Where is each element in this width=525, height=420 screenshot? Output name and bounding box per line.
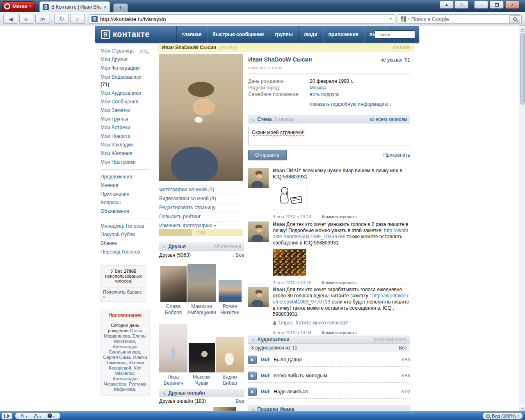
post-author-link[interactable]: Иван	[273, 221, 285, 227]
friend-photo[interactable]	[160, 266, 187, 302]
photos-with-me-link[interactable]: Фотографии со мной (4)	[159, 185, 243, 194]
friend-name[interactable]: РоманНикитин	[220, 304, 239, 316]
friend-photo[interactable]	[219, 280, 242, 302]
fast-forward-button[interactable]: ≫	[35, 14, 50, 24]
search-go-button[interactable]	[509, 15, 520, 23]
friend-photo[interactable]	[187, 264, 216, 302]
info-value-relationship[interactable]: есть подруга	[310, 91, 339, 98]
pin-button[interactable]	[454, 1, 468, 9]
sidebar-item-my-wishes[interactable]: Мои Желания	[100, 149, 155, 158]
sidebar-item-my-news[interactable]: Мои Новости	[100, 132, 155, 141]
friend-photo[interactable]	[189, 343, 215, 372]
reload-button[interactable]: ↻	[54, 14, 69, 24]
friend-name[interactable]: МаксимЧувак	[193, 374, 210, 386]
address-dropdown-icon[interactable]: ▼	[389, 17, 393, 21]
opera-menu-button[interactable]: Меню ▾	[2, 1, 35, 11]
post-attachment-image[interactable]	[273, 183, 306, 210]
sidebar-item-my-page-edit[interactable]: ред.	[139, 47, 149, 55]
address-bar[interactable]: В ▼	[89, 14, 395, 24]
web-search-input[interactable]	[411, 16, 508, 22]
wall-all-posts-link[interactable]: ко всем записям	[370, 116, 407, 122]
friend-name[interactable]: СлаваБобров	[165, 304, 182, 316]
avatar[interactable]	[248, 287, 269, 307]
unite-button[interactable]: ▾	[34, 413, 41, 419]
play-button[interactable]: ▶	[248, 372, 257, 380]
edit-page-link[interactable]: Редактировать страницу	[159, 203, 243, 212]
minimize-button[interactable]: —	[474, 1, 488, 9]
sidebar-item-my-photos[interactable]: Мои Фотографии	[100, 64, 155, 73]
post-author-link[interactable]: Иван	[273, 168, 285, 173]
forward-button[interactable]: ▶	[19, 14, 34, 24]
panels-toggle-button[interactable]: ▶	[1, 412, 13, 420]
vk-logo[interactable]: В контакте	[101, 30, 150, 39]
audio-edit-link[interactable]: редактировать	[374, 337, 407, 342]
videos-with-me-link[interactable]: Видеозаписи со мной (4)	[159, 194, 243, 203]
track-artist[interactable]: Guf	[261, 389, 269, 395]
wall-post-input[interactable]: Скрин моей странички!	[248, 127, 410, 146]
friend-card[interactable]: ВадимБибер	[216, 322, 244, 386]
sidebar-item-my-audios[interactable]: Мои Аудиозаписи	[100, 89, 155, 98]
friend-name[interactable]: ВадимБибер	[222, 374, 237, 386]
sidebar-item-offers[interactable]: Предложения	[100, 173, 155, 181]
sidebar-item-ads[interactable]: Объявления	[100, 207, 155, 216]
tab-vkontakte[interactable]: В В Контакте | Иван Sha... ×	[39, 1, 110, 12]
zoom-view-button[interactable]: Вид (100%) ▾	[482, 412, 523, 420]
address-input[interactable]	[100, 16, 387, 22]
friends-updates-link[interactable]: обновления	[214, 244, 241, 249]
avatar[interactable]	[248, 221, 269, 242]
friend-name[interactable]: МамиконАмбарцумян	[187, 304, 216, 316]
friends-online-all-link[interactable]: Все	[235, 398, 244, 404]
sidebar-item-my-videos[interactable]: Мои Видеозаписи(71)	[100, 73, 155, 89]
top-up-balance-link[interactable]: Пополнить баланс »	[103, 287, 144, 299]
friend-card[interactable]: МамиконАмбарцумян	[187, 263, 216, 316]
scroll-up-button[interactable]: ▲	[520, 25, 525, 32]
sidebar-item-apps[interactable]: Приложения	[100, 190, 155, 199]
sidebar-item-buy-rubles[interactable]: Покупай Рубли	[100, 231, 155, 239]
send-button[interactable]: Отправить	[248, 150, 287, 160]
sidebar-item-questions[interactable]: Вопросы	[100, 199, 155, 207]
friend-card[interactable]: МаксимЧувак	[187, 322, 216, 386]
raise-rating-link[interactable]: Повысить рейтинг	[159, 212, 243, 221]
nav-apps[interactable]: приложения	[323, 26, 364, 43]
friend-photo[interactable]	[213, 407, 236, 411]
vk-search-input[interactable]	[375, 30, 415, 39]
close-button[interactable]: ×	[505, 1, 519, 9]
friend-card[interactable]: ЛизаВеренич	[159, 322, 187, 386]
track-artist[interactable]: Guf	[261, 357, 269, 363]
turbo-button[interactable]: ▾	[48, 413, 55, 419]
comment-link[interactable]: Комментировать	[322, 330, 357, 335]
sidebar-item-my-meetings[interactable]: Мои Встречи	[100, 123, 155, 132]
sidebar-item-votes-manager[interactable]: Менеджер Голосов	[100, 222, 155, 231]
sidebar-item-my-bookmarks[interactable]: Мои Закладки	[100, 141, 155, 149]
sidebar-item-my-page[interactable]: Моя Страница	[100, 47, 134, 55]
tab-close-icon[interactable]: ×	[103, 4, 107, 10]
nav-quick-messages[interactable]: быстрые сообщения	[207, 26, 269, 43]
sidebar-item-opinions[interactable]: Мнения	[100, 181, 155, 190]
nav-people[interactable]: люди	[298, 26, 323, 43]
back-button[interactable]: ◀	[3, 14, 18, 24]
play-button[interactable]: ▶	[248, 356, 257, 364]
friend-card[interactable]: СлаваБобров	[159, 263, 187, 316]
profile-photo[interactable]	[159, 54, 243, 181]
sidebar-item-my-groups[interactable]: Мои Группы	[100, 115, 155, 123]
scrollbar-thumb[interactable]	[520, 33, 525, 105]
page-scrollbar[interactable]: ▲ ▼	[519, 25, 525, 411]
web-search-field[interactable]: ▾	[398, 14, 522, 24]
comment-link[interactable]: Комментировать	[322, 214, 357, 219]
info-value-city[interactable]: Москва	[310, 84, 326, 91]
sidebar-item-my-friends[interactable]: Мои Друзья	[100, 55, 155, 64]
nav-home[interactable]: главная	[176, 26, 207, 43]
comment-link[interactable]: Комментировать	[322, 280, 357, 285]
maximize-button[interactable]	[490, 1, 504, 9]
attach-link[interactable]: Прикрепить	[383, 152, 410, 158]
reminder-birthday-names[interactable]: Стаса Мордвинова, Елены Рюхтиной, Алекса…	[103, 328, 147, 392]
friends-all-link[interactable]: Все	[235, 252, 244, 258]
friend-card[interactable]: РоманНикитин	[216, 263, 244, 316]
play-button[interactable]: ▶	[248, 388, 257, 396]
sidebar-item-my-messages[interactable]: Мои Сообщения	[100, 98, 155, 106]
nav-groups[interactable]: группы	[269, 26, 298, 43]
audio-total-link[interactable]: 12	[292, 345, 297, 351]
audio-all-link[interactable]: Все	[399, 345, 407, 351]
sidebar-item-votes-transfer[interactable]: Перевод Голосов	[100, 248, 155, 256]
sidebar-item-vbanke[interactable]: Вбанке	[100, 239, 155, 248]
